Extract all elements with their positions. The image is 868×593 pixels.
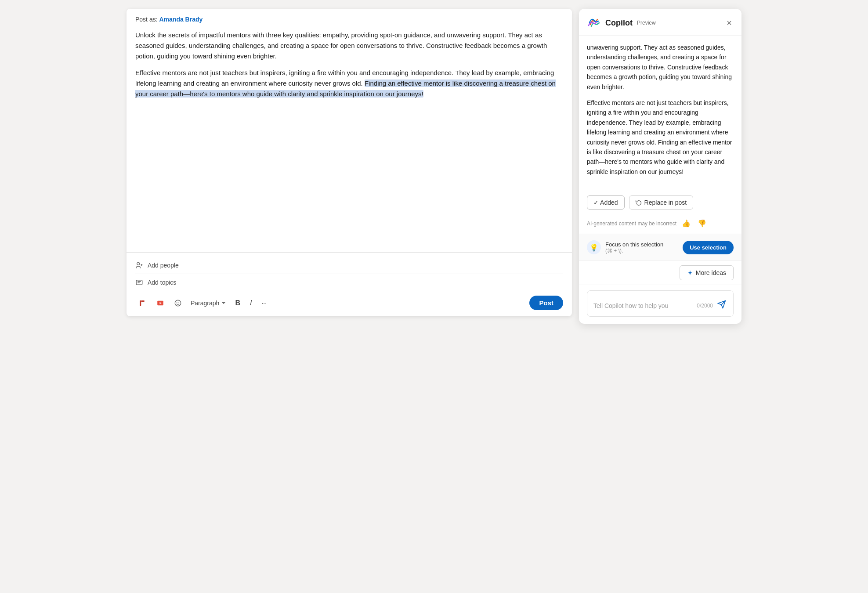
send-icon [717,300,726,309]
svg-point-10 [175,300,181,306]
copilot-body: unwavering support. They act as seasoned… [579,36,741,190]
replace-icon [636,199,642,206]
replace-in-post-button[interactable]: Replace in post [629,195,694,210]
add-topics-row[interactable]: Add topics [135,274,563,291]
copilot-actions: ✓ Added Replace in post [579,190,741,215]
copilot-body-text2: Effective mentors are not just teachers … [587,98,734,177]
editor-content[interactable]: Unlock the secrets of impactful mentors … [127,26,572,252]
bold-button[interactable]: B [231,296,244,310]
more-label: ··· [261,300,267,307]
feedback-area: AI-generated content may be incorrect 👍 … [579,215,741,234]
send-button[interactable] [716,299,727,312]
copilot-title: Copilot [605,18,633,28]
added-button[interactable]: ✓ Added [587,195,625,210]
focus-shortcut: (⌘ + \). [605,248,663,254]
svg-rect-6 [140,300,141,306]
text-style-icon[interactable] [135,296,150,310]
char-count: 0/2000 [697,303,713,309]
editor-panel: Post as: Amanda Brady Unlock the secrets… [127,9,572,316]
add-people-row[interactable]: Add people [135,257,563,274]
copilot-panel: Copilot Preview × unwavering support. Th… [579,9,741,324]
italic-label: I [250,299,252,307]
copilot-input-placeholder: Tell Copilot how to help you [593,302,668,309]
focus-title: Focus on this selection [605,241,663,248]
more-ideas-label: More ideas [696,269,726,276]
add-people-icon [135,261,143,269]
input-footer: 0/2000 [697,299,727,312]
add-topics-icon [135,278,143,286]
post-as-bar: Post as: Amanda Brady [127,9,572,26]
post-as-label: Post as: [135,16,158,23]
copilot-preview-badge: Preview [637,20,656,26]
svg-point-0 [137,262,140,265]
thumbs-up-button[interactable]: 👍 [680,218,692,228]
paragraph-label: Paragraph [191,300,219,307]
copilot-input-section: Tell Copilot how to help you 0/2000 [579,285,741,324]
editor-toolbar: Paragraph B I ··· Post [135,291,563,312]
copilot-header: Copilot Preview × [579,9,741,36]
author-link[interactable]: Amanda Brady [159,16,203,23]
more-ideas-button[interactable]: More ideas [680,265,734,280]
added-label: ✓ Added [593,199,618,206]
feedback-disclaimer: AI-generated content may be incorrect [587,221,676,227]
post-button[interactable]: Post [529,296,563,310]
copilot-close-button[interactable]: × [725,17,734,29]
post-label: Post [539,299,553,307]
use-selection-label: Use selection [690,244,727,251]
paragraph-style-dropdown[interactable]: Paragraph [188,298,229,308]
more-options-button[interactable]: ··· [258,297,270,309]
editor-paragraph-1: Unlock the secrets of impactful mentors … [135,30,563,61]
focus-info: 💡 Focus on this selection (⌘ + \). [587,240,663,254]
more-ideas-section: More ideas [579,260,741,285]
copilot-logo-icon [587,16,601,30]
bulb-icon: 💡 [587,240,601,254]
copilot-title-area: Copilot Preview [587,16,656,30]
emoji-icon[interactable] [170,296,185,310]
use-selection-button[interactable]: Use selection [683,241,734,254]
editor-footer: Add people Add topics [127,252,572,316]
replace-label: Replace in post [644,199,687,206]
thumbs-down-button[interactable]: 👎 [696,218,708,228]
svg-rect-7 [141,300,145,302]
sparkle-icon [687,270,693,276]
add-topics-label: Add topics [148,279,176,286]
media-icon[interactable] [153,296,168,310]
copilot-focus-section: 💡 Focus on this selection (⌘ + \). Use s… [579,234,741,260]
editor-paragraph-2: Effective mentors are not just teachers … [135,68,563,99]
bold-label: B [235,299,240,307]
focus-text-block: Focus on this selection (⌘ + \). [605,241,663,254]
italic-button[interactable]: I [246,296,255,310]
copilot-input-box[interactable]: Tell Copilot how to help you 0/2000 [587,290,734,317]
copilot-body-text1: unwavering support. They act as seasoned… [587,43,734,92]
add-people-label: Add people [148,262,179,269]
svg-rect-3 [136,280,142,285]
